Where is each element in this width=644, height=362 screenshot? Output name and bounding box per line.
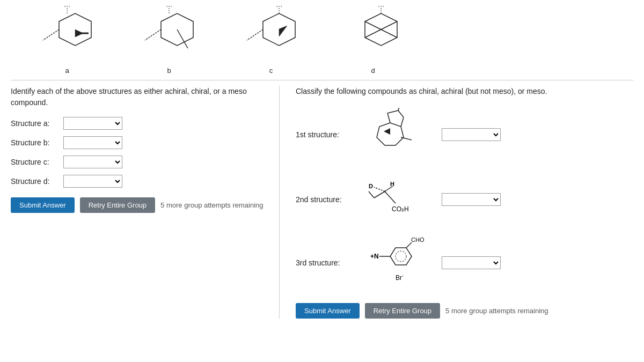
right-structure-3-select[interactable]: chiral achiral (but not meso) meso	[442, 256, 501, 269]
structure-a-row: Structure a: achiral chiral meso	[11, 117, 268, 130]
svg-line-23	[387, 110, 398, 113]
right-attempts-text: 5 more group attempts remaining	[445, 307, 548, 315]
right-structure-3-row: 3rd structure: CHO +N Br-	[296, 237, 633, 288]
structure-b-svg	[134, 5, 204, 64]
right-structure-2-molecule: D H CO₂H	[363, 176, 433, 222]
svg-line-12	[247, 29, 263, 40]
structure-d-row: Structure d: achiral chiral meso	[11, 175, 268, 188]
right-submit-button[interactable]: Submit Answer	[296, 303, 360, 319]
svg-line-34	[385, 186, 393, 191]
structure-a-label-text: Structure a:	[11, 119, 59, 128]
right-structure-1-select[interactable]: chiral achiral (but not meso) meso	[442, 128, 501, 141]
svg-text:CO₂H: CO₂H	[392, 205, 409, 213]
main-row: Identify each of the above structures as…	[11, 86, 633, 319]
right-structure-1-svg: O	[369, 108, 428, 161]
left-question-text: Identify each of the above structures as…	[11, 86, 268, 108]
left-submit-button[interactable]: Submit Answer	[11, 197, 75, 213]
right-structure-2-svg: D H CO₂H	[366, 176, 430, 222]
right-panel: Classify the following compounds as chir…	[279, 86, 633, 319]
svg-point-40	[396, 251, 406, 262]
svg-line-1	[43, 29, 59, 40]
structure-d-select[interactable]: achiral chiral meso	[63, 175, 122, 188]
right-structure-1-label: 1st structure:	[296, 130, 355, 139]
divider	[11, 80, 633, 80]
svg-line-33	[374, 187, 385, 191]
svg-line-24	[398, 110, 404, 117]
left-retry-button[interactable]: Retry Entire Group	[80, 197, 155, 213]
right-structure-3-svg: CHO +N Br-	[366, 237, 430, 288]
svg-text:Br-: Br-	[396, 273, 404, 282]
right-structure-3-molecule: CHO +N Br-	[363, 237, 433, 288]
structure-d-svg	[338, 5, 408, 64]
left-button-row: Submit Answer Retry Entire Group 5 more …	[11, 197, 268, 213]
structure-c-item: c	[236, 5, 306, 75]
right-structure-1-row: 1st structure: O	[296, 108, 633, 161]
svg-text:D: D	[369, 183, 373, 189]
right-structure-2-select[interactable]: chiral achiral (but not meso) meso	[442, 193, 501, 206]
structure-b-row: Structure b: achiral chiral meso	[11, 136, 268, 149]
structure-a-item: a	[32, 5, 102, 75]
svg-line-8	[177, 29, 188, 48]
structure-c-label: c	[269, 67, 273, 75]
svg-text:+N: +N	[370, 253, 379, 260]
structure-a-label: a	[65, 67, 69, 75]
structure-c-select[interactable]: achiral chiral meso	[63, 156, 122, 168]
right-structure-2-label: 2nd structure:	[296, 195, 355, 204]
svg-line-37	[374, 191, 385, 198]
svg-line-38	[369, 191, 374, 198]
svg-text:CHO: CHO	[411, 237, 425, 243]
svg-line-25	[401, 117, 404, 127]
svg-marker-28	[384, 128, 390, 135]
structure-d-label: d	[371, 67, 375, 75]
svg-marker-13	[279, 26, 287, 36]
structure-c-svg	[236, 5, 306, 64]
structure-a-select[interactable]: achiral chiral meso	[63, 117, 122, 130]
svg-text:O: O	[399, 108, 404, 109]
structure-d-item: d	[338, 5, 408, 75]
left-panel: Identify each of the above structures as…	[11, 86, 279, 319]
svg-line-41	[406, 242, 412, 248]
structure-d-label-text: Structure d:	[11, 177, 59, 186]
structure-b-item: b	[134, 5, 204, 75]
right-question-text: Classify the following compounds as chir…	[296, 86, 633, 97]
svg-marker-39	[390, 248, 412, 265]
left-attempts-text: 5 more group attempts remaining	[160, 201, 263, 209]
structure-b-label: b	[167, 67, 171, 75]
right-structure-1-molecule: O	[363, 108, 433, 161]
right-button-row: Submit Answer Retry Entire Group 5 more …	[296, 303, 633, 319]
svg-line-7	[145, 29, 161, 40]
top-structures-area: a b c	[11, 5, 633, 75]
right-structure-3-label: 3rd structure:	[296, 258, 355, 267]
right-structure-2-row: 2nd structure: D H CO₂H	[296, 176, 633, 222]
structure-c-label-text: Structure c:	[11, 158, 59, 166]
right-retry-button[interactable]: Retry Entire Group	[365, 303, 440, 319]
structure-b-label-text: Structure b:	[11, 138, 59, 147]
structure-b-select[interactable]: achiral chiral meso	[63, 136, 122, 149]
svg-line-22	[387, 113, 390, 123]
svg-line-35	[385, 191, 396, 203]
structure-c-row: Structure c: achiral chiral meso	[11, 156, 268, 168]
structure-a-svg	[32, 5, 102, 64]
